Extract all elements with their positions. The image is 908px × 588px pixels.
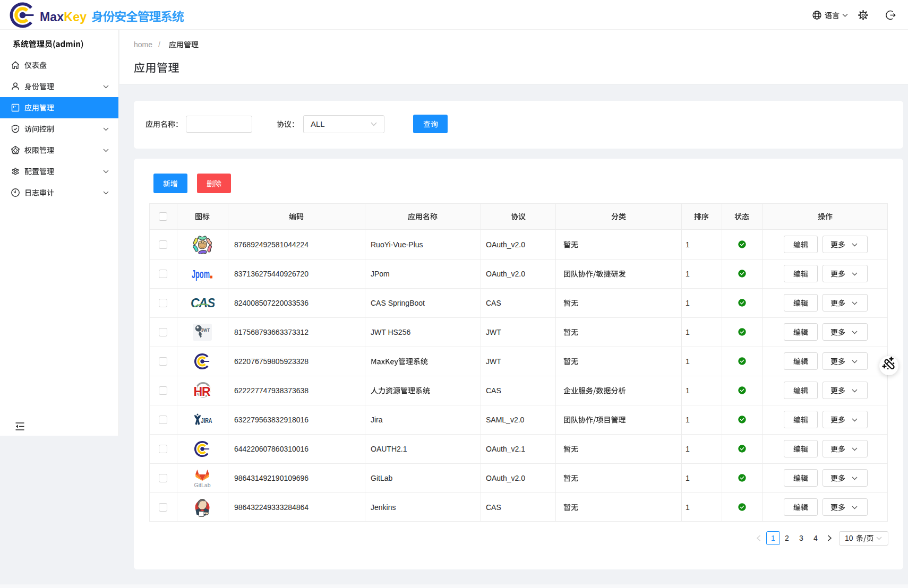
svg-text:GitLab: GitLab: [194, 481, 211, 488]
svg-text:JIRA: JIRA: [201, 417, 212, 425]
svg-text:JWT: JWT: [201, 327, 210, 332]
svg-text:CAS: CAS: [191, 296, 215, 310]
svg-text:Jpom: Jpom: [192, 267, 210, 281]
svg-text:HR: HR: [194, 385, 211, 399]
